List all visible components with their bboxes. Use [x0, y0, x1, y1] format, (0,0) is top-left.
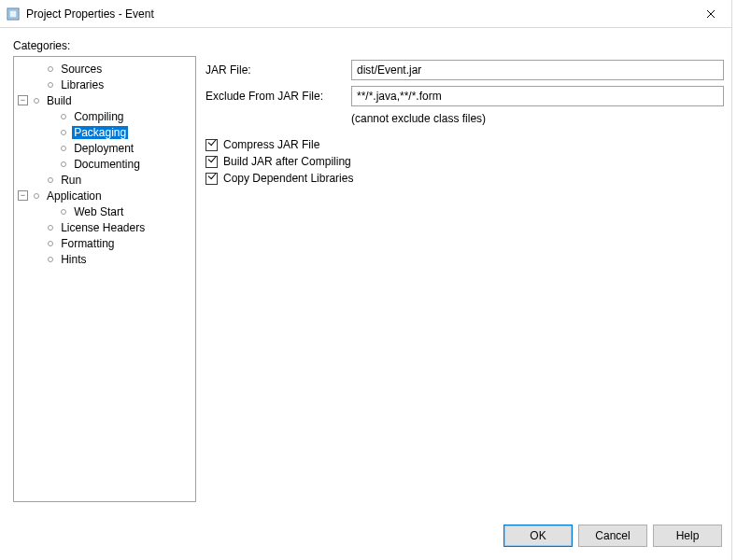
tree-node-libraries[interactable]: Libraries: [14, 77, 195, 92]
compress-jar-checkbox[interactable]: [206, 139, 218, 151]
bullet-icon: [48, 177, 53, 183]
bullet-icon: [34, 193, 39, 199]
help-button[interactable]: Help: [653, 525, 722, 547]
build-after-checkbox[interactable]: [206, 156, 218, 168]
svg-rect-1: [9, 10, 17, 18]
app-icon: [6, 7, 21, 21]
tree-node-formatting[interactable]: Formatting: [14, 235, 195, 251]
exclude-hint: (cannot exclude class files): [351, 112, 486, 125]
jar-file-label: JAR File:: [206, 63, 351, 77]
categories-label: Categories:: [13, 39, 724, 52]
tree-node-build[interactable]: − Build: [14, 92, 195, 108]
form-panel: JAR File: Exclude From JAR File: (cannot…: [206, 56, 724, 502]
tree-node-webstart[interactable]: Web Start: [14, 203, 195, 219]
copy-libs-checkbox[interactable]: [206, 173, 218, 185]
titlebar: Project Properties - Event: [0, 0, 737, 28]
bullet-icon: [34, 98, 39, 104]
exclude-input[interactable]: [351, 86, 724, 106]
collapse-icon[interactable]: −: [18, 95, 28, 105]
tree-node-compiling[interactable]: Compiling: [14, 108, 195, 124]
tree-node-deployment[interactable]: Deployment: [14, 140, 195, 156]
window-edge: [731, 0, 737, 560]
tree-node-packaging[interactable]: Packaging: [14, 124, 195, 140]
button-bar: OK Cancel Help: [503, 525, 722, 547]
categories-tree[interactable]: Sources Libraries − Build Compiling Pack…: [13, 56, 196, 502]
tree-node-run[interactable]: Run: [14, 172, 195, 188]
build-after-label: Build JAR after Compiling: [223, 155, 351, 168]
bullet-icon: [61, 130, 66, 135]
ok-button[interactable]: OK: [503, 525, 573, 547]
bullet-icon: [48, 241, 53, 246]
bullet-icon: [61, 146, 66, 151]
bullet-icon: [61, 209, 66, 215]
bullet-icon: [48, 225, 53, 231]
tree-node-license-headers[interactable]: License Headers: [14, 219, 195, 235]
exclude-label: Exclude From JAR File:: [206, 90, 351, 103]
compress-jar-label: Compress JAR File: [223, 138, 319, 151]
bullet-icon: [48, 257, 53, 262]
collapse-icon[interactable]: −: [18, 190, 28, 201]
cancel-button[interactable]: Cancel: [578, 525, 647, 547]
window-title: Project Properties - Event: [26, 7, 692, 21]
bullet-icon: [61, 161, 66, 167]
tree-node-hints[interactable]: Hints: [14, 251, 195, 267]
close-button[interactable]: [692, 1, 730, 27]
tree-node-documenting[interactable]: Documenting: [14, 156, 195, 172]
copy-libs-label: Copy Dependent Libraries: [223, 172, 353, 185]
jar-file-input[interactable]: [351, 60, 724, 80]
tree-node-sources[interactable]: Sources: [14, 61, 195, 77]
bullet-icon: [61, 114, 66, 119]
bullet-icon: [48, 82, 53, 88]
tree-node-application[interactable]: − Application: [14, 188, 195, 203]
bullet-icon: [48, 66, 53, 72]
selected-node: Packaging: [72, 126, 128, 139]
